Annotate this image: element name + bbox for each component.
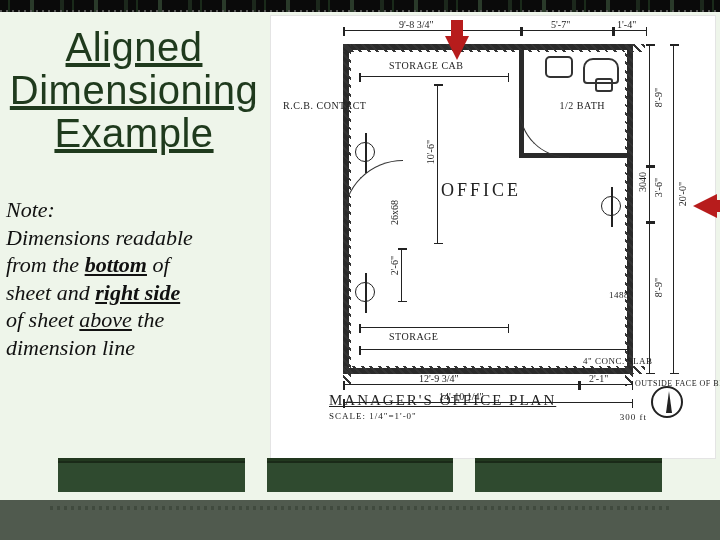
plan-title: MANAGER'S OFFICE PLAN: [329, 392, 556, 408]
storage-label: STORAGE CAB: [389, 60, 464, 71]
dim-text: 3040: [637, 172, 648, 192]
pointer-arrow-left-icon: [693, 194, 717, 218]
note-text: dimension line: [6, 335, 135, 360]
footer-bar: [58, 458, 245, 492]
decorative-top-border: [0, 0, 720, 12]
dim-line: [649, 222, 650, 374]
footer-bar: [475, 458, 662, 492]
dim-text: 20'-0": [677, 182, 688, 206]
slab-label: 4" CONC. SLAB: [583, 356, 653, 366]
dim-line: [401, 248, 402, 302]
note-text: Dimensions readable: [6, 225, 193, 250]
footer-bars: [0, 452, 720, 500]
toilet-icon: [583, 58, 619, 84]
note-text: sheet and: [6, 280, 95, 305]
slide-body: Aligned Dimensioning Example Note: Dimen…: [0, 12, 720, 500]
dim-line: [673, 44, 674, 374]
dim-line: [649, 44, 650, 166]
dim-line: [521, 30, 613, 31]
floor-line: [359, 349, 629, 350]
shelf-line: [359, 76, 509, 77]
ceiling-symbol-icon: [355, 282, 375, 302]
plan-scale: SCALE: 1/4"=1'-0": [329, 411, 417, 421]
bath-label: 1/2 BATH: [560, 100, 605, 111]
dim-text: 10'-6": [425, 140, 436, 164]
ceiling-symbol-icon: [601, 196, 621, 216]
note-emph-rightside: right side: [95, 280, 180, 305]
dim-line: [649, 166, 650, 222]
dim-text: 8'-9": [653, 88, 664, 107]
note-emph-above: above: [79, 307, 132, 332]
dim-text: 8'-9": [653, 278, 664, 297]
note-text: from the: [6, 252, 85, 277]
north-arrow-icon: [651, 386, 683, 418]
shelf-line: [359, 327, 509, 328]
contact-label: R.C.B. CONTACT: [283, 100, 339, 111]
dim-text: 2'-6": [389, 256, 400, 275]
pointer-arrow-down-icon: [445, 36, 469, 60]
sink-icon: [545, 56, 573, 78]
dim-line: [579, 384, 633, 385]
sheet-ref: 300 ft: [620, 412, 647, 422]
floorplan-image: 9'-8 3/4" 5'-7" 1'-4" 1/2 BATH STORAGE C…: [270, 15, 716, 459]
plan-title-row: MANAGER'S OFFICE PLAN SCALE: 1/4"=1'-0" …: [329, 392, 687, 422]
footer-bar: [267, 458, 454, 492]
dim-line: [437, 84, 438, 244]
dim-text: 2'-1": [589, 373, 608, 384]
dim-line: [613, 30, 647, 31]
slide-note: Note: Dimensions readable from the botto…: [6, 196, 256, 361]
dim-text: 9'-8 3/4": [399, 19, 434, 30]
slide-title: Aligned Dimensioning Example: [8, 26, 260, 156]
ceiling-symbol-icon: [355, 142, 375, 162]
dim-line: [343, 384, 579, 385]
dim-text: 1'-4": [617, 19, 636, 30]
note-text: of sheet: [6, 307, 79, 332]
note-prefix: Note:: [6, 197, 55, 222]
note-text: the: [132, 307, 164, 332]
room-outline: 1/2 BATH STORAGE CAB OFFICE 10'-6" 2'-6"…: [343, 44, 633, 374]
note-emph-bottom: bottom: [85, 252, 147, 277]
dim-text: 26x68: [389, 200, 400, 225]
storage2-label: STORAGE: [389, 331, 438, 342]
decorative-bottom-strip: [0, 500, 720, 540]
room-label: OFFICE: [441, 180, 521, 201]
dim-text: 5'-7": [551, 19, 570, 30]
dim-line: [343, 30, 521, 31]
window-label: 1488: [609, 290, 629, 300]
dim-text: 12'-9 3/4": [419, 373, 459, 384]
blueprint: 9'-8 3/4" 5'-7" 1'-4" 1/2 BATH STORAGE C…: [289, 22, 697, 428]
note-text: of: [147, 252, 170, 277]
door-swing-icon: [519, 108, 569, 158]
dim-text: 3'-6": [653, 178, 664, 197]
